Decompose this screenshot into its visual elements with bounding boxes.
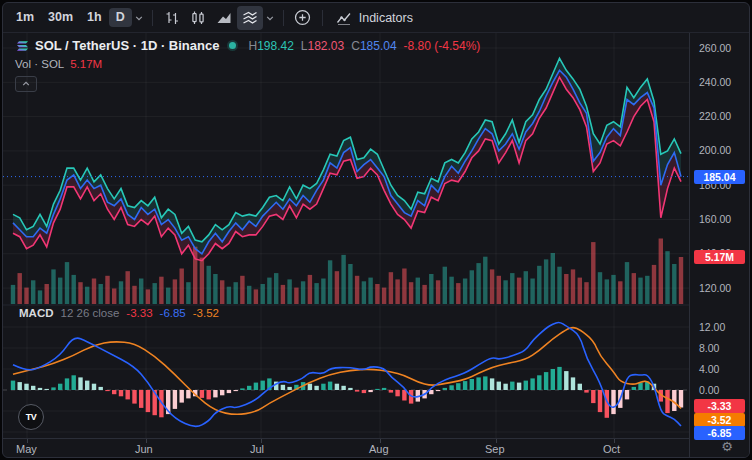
volume-bar: [254, 289, 258, 304]
volume-badge: 5.17M: [694, 250, 745, 264]
volume-bar: [287, 279, 291, 304]
volume-bar: [240, 276, 244, 304]
volume-bar: [382, 288, 386, 304]
time-axis[interactable]: MayJunJulAugSepOct: [3, 438, 689, 458]
macd-histogram-bar: [362, 390, 366, 393]
chart-widget: 1m 30m 1h D Indicators: [2, 2, 750, 458]
volume-bar: [18, 273, 22, 304]
macd-histogram-bar: [261, 381, 265, 390]
macd-histogram-bar: [51, 387, 55, 390]
macd-histogram-bar: [314, 386, 318, 390]
volume-bar: [557, 267, 561, 304]
macd-histogram-bar: [308, 384, 312, 390]
macd-histogram-bar: [139, 390, 143, 408]
interval-30m-button[interactable]: 30m: [41, 8, 80, 27]
volume-bar: [294, 288, 298, 304]
macd-histogram-bar: [402, 390, 406, 401]
volume-bar: [180, 269, 184, 305]
chart-type-hlc-lines-button[interactable]: [237, 6, 263, 30]
macd-histogram-bar: [220, 390, 224, 395]
change-value: -8.80 (-4.54%): [404, 39, 481, 53]
volume-bar: [416, 278, 420, 304]
volume-bar: [166, 288, 170, 304]
interval-1m-button[interactable]: 1m: [9, 8, 41, 27]
volume-bar: [45, 284, 49, 304]
macd-histogram-bar: [517, 383, 521, 390]
volume-bar: [132, 286, 136, 304]
volume-bar: [99, 284, 103, 304]
macd-name[interactable]: MACD: [19, 307, 54, 319]
macd-histogram-bar: [578, 384, 582, 390]
chart-type-bars-button[interactable]: [159, 6, 185, 30]
volume-bar: [220, 280, 224, 304]
macd-histogram-bar: [537, 375, 541, 390]
volume-bar: [476, 263, 480, 304]
price-tick-label: 160.00: [699, 213, 731, 225]
legend-collapse-button[interactable]: [15, 76, 37, 92]
chart-canvas[interactable]: [3, 33, 689, 438]
price-axis[interactable]: ⚙ 260.00240.00220.00200.00180.00160.0014…: [689, 33, 749, 457]
macd-histogram-bar: [234, 390, 238, 391]
month-label: Jun: [135, 443, 153, 455]
tradingview-logo[interactable]: TV: [18, 404, 44, 430]
macd-histogram-bar: [119, 390, 123, 396]
volume-bar: [24, 288, 28, 304]
volume-bar: [517, 278, 521, 304]
volume-bar: [341, 255, 345, 304]
volume-bar: [92, 279, 96, 305]
chart-type-menu-chevron[interactable]: [263, 6, 277, 30]
macd-tick-label: 0.00: [699, 384, 719, 396]
chart-type-candles-button[interactable]: [185, 6, 211, 30]
area-chart-icon: [215, 9, 233, 27]
indicators-label: Indicators: [359, 11, 413, 25]
current-price-badge: 185.04: [694, 170, 745, 184]
macd-histogram-bar: [254, 383, 258, 390]
macd-histogram-bar: [456, 383, 460, 390]
volume-bar: [200, 258, 204, 304]
month-label: Sep: [485, 443, 505, 455]
macd-histogram-bar: [58, 384, 62, 390]
macd-histogram-bar: [679, 390, 683, 408]
axis-settings-gear-icon[interactable]: ⚙: [721, 439, 733, 454]
symbol-title[interactable]: SOL / TetherUS · 1D · Binance: [35, 38, 219, 53]
macd-histogram-bar: [247, 386, 251, 390]
macd-histogram-bar: [557, 367, 561, 390]
interval-1h-button[interactable]: 1h: [80, 8, 109, 27]
volume-bar: [119, 281, 123, 304]
volume-bar: [234, 282, 238, 304]
volume-bar: [31, 280, 35, 304]
volume-bar: [368, 278, 372, 304]
indicators-button[interactable]: Indicators: [329, 6, 419, 30]
volume-bar: [591, 242, 595, 304]
macd-histogram-bar: [625, 390, 629, 399]
volume-bar: [301, 281, 305, 304]
macd-histogram-bar: [632, 387, 636, 390]
macd-histogram-bar: [328, 382, 332, 390]
volume-label: Vol · SOL: [15, 58, 64, 70]
macd-value-badge: -3.52: [694, 413, 745, 427]
compare-add-symbol-button[interactable]: [290, 6, 316, 30]
interval-menu-chevron[interactable]: [132, 6, 146, 30]
macd-histogram-bar: [45, 389, 49, 390]
volume-bar: [112, 289, 116, 305]
solana-logo-icon: [15, 39, 29, 53]
volume-bar: [261, 284, 265, 304]
macd-histogram-bar: [584, 390, 588, 393]
volume-bar: [564, 274, 568, 304]
volume-bar: [328, 260, 332, 304]
macd-histogram-bar: [24, 384, 28, 390]
volume-bar: [72, 275, 76, 304]
interval-1d-button[interactable]: D: [109, 8, 132, 27]
high-value: 198.42: [257, 39, 294, 53]
macd-histogram-bar: [368, 390, 372, 392]
volume-bar: [389, 272, 393, 304]
volume-bar: [456, 283, 460, 304]
chart-type-area-button[interactable]: [211, 6, 237, 30]
macd-histogram-bar: [510, 382, 514, 390]
volume-bar: [105, 276, 109, 304]
macd-histogram-bar: [395, 390, 399, 396]
macd-histogram-bar: [240, 388, 244, 390]
toolbar-separator: [283, 10, 284, 26]
volume-bar: [375, 284, 379, 304]
volume-bar: [335, 271, 339, 304]
